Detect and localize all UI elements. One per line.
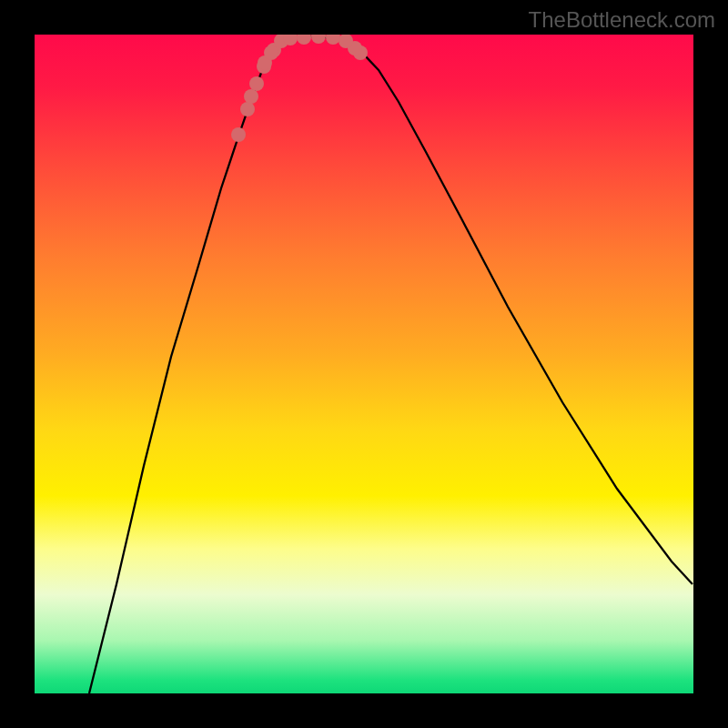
bottleneck-curve [89,36,693,693]
marker-dot [240,102,255,116]
chart-container: TheBottleneck.com [0,0,728,728]
marker-dot [244,89,258,104]
plot-area [35,35,693,693]
marker-dot [297,35,311,45]
marker-dot [326,35,340,45]
chart-svg [35,35,693,693]
marker-dot [264,46,278,60]
watermark-label: TheBottleneck.com [529,7,715,33]
marker-dot [231,127,246,142]
marker-dot [311,35,326,44]
curve-markers [231,35,368,142]
marker-dot [249,76,264,91]
